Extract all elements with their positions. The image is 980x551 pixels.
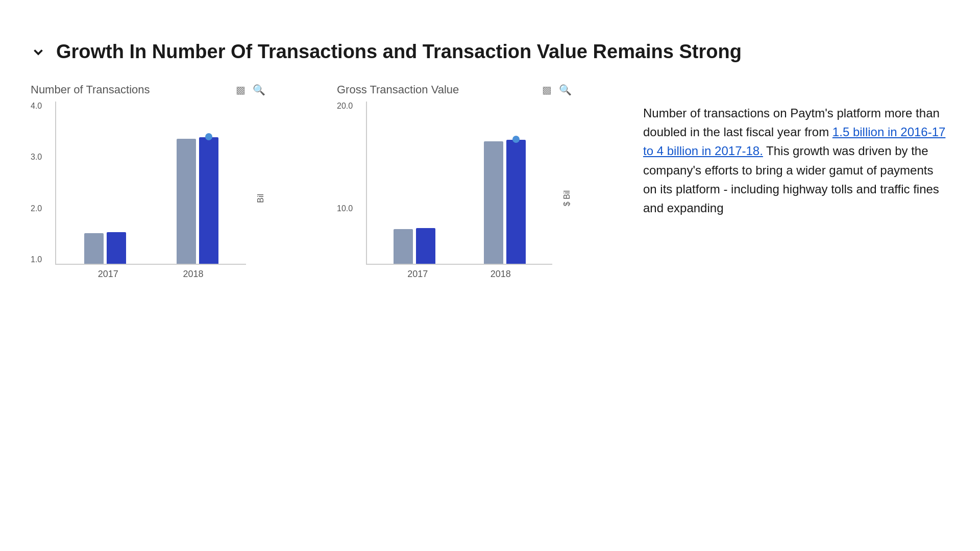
chart2-bar-icon[interactable]: ▩ xyxy=(542,84,552,96)
chart1-y-axis-label: Bil xyxy=(256,179,265,203)
bar-2018-blue-2 xyxy=(506,140,526,264)
section-header: Growth In Number Of Transactions and Tra… xyxy=(31,41,949,63)
bar-group-2018-chart1 xyxy=(177,137,218,264)
chart-transactions-count: Number of Transactions ▩ 🔍 4.0 3.0 2.0 1… xyxy=(31,83,265,280)
bar-2018-gray-2 xyxy=(484,141,503,264)
bar-dot-chart2 xyxy=(512,136,520,143)
chart2-bars xyxy=(366,102,552,265)
bar-2017-blue-2 xyxy=(416,228,435,264)
chart2-search-icon[interactable]: 🔍 xyxy=(559,84,572,96)
bar-2018-blue-1 xyxy=(199,137,218,264)
bar-2018-gray-1 xyxy=(177,139,196,264)
chart1-x-labels: 2017 2018 xyxy=(55,265,246,280)
chevron-down-icon xyxy=(31,44,46,60)
chart2-y-axis: 20.0 10.0 xyxy=(337,102,356,280)
chart2-inner: 2017 2018 xyxy=(366,102,552,280)
chart2-y-axis-label: $ Bil xyxy=(562,175,572,206)
bar-2017-gray-2 xyxy=(394,229,413,264)
bar-group-2017-chart1 xyxy=(84,232,126,264)
chart2-title: Gross Transaction Value xyxy=(337,83,459,96)
bar-2017-blue-1 xyxy=(107,232,126,264)
bar-dot-chart1 xyxy=(205,133,212,140)
bar-group-2018-chart2 xyxy=(484,140,526,264)
chart1-bars xyxy=(55,102,246,265)
bar-group-2017-chart2 xyxy=(394,228,435,264)
chart1-bar-icon[interactable]: ▩ xyxy=(236,84,246,96)
chart-transaction-value: Gross Transaction Value ▩ 🔍 20.0 10.0 xyxy=(337,83,572,280)
bar-2017-gray-1 xyxy=(84,233,104,264)
chart1-search-icon[interactable]: 🔍 xyxy=(253,84,265,96)
description-panel: Number of transactions on Paytm's platfo… xyxy=(643,83,949,217)
section-title: Growth In Number Of Transactions and Tra… xyxy=(56,41,742,63)
chart1-y-axis: 4.0 3.0 2.0 1.0 xyxy=(31,102,45,280)
chart2-x-labels: 2017 2018 xyxy=(366,265,552,280)
chart1-title: Number of Transactions xyxy=(31,83,150,96)
chart1-inner: 2017 2018 xyxy=(55,102,246,280)
